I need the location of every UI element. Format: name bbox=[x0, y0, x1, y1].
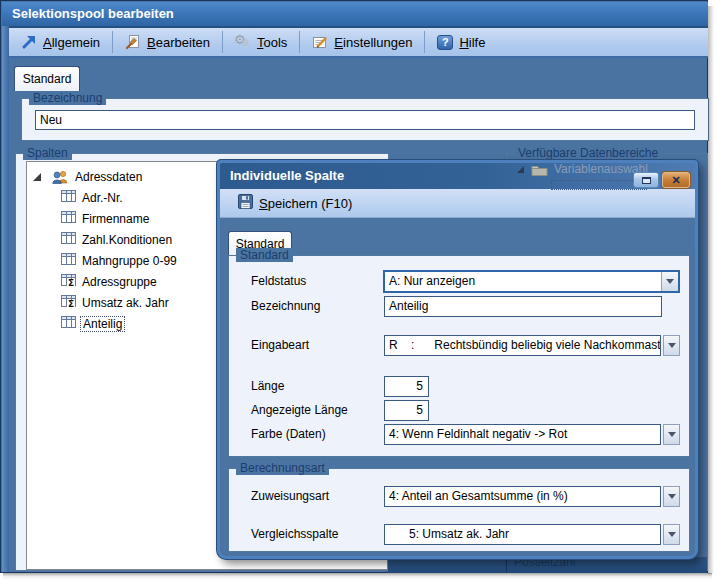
table-icon bbox=[61, 253, 76, 268]
tree-item-label: Adressdaten bbox=[75, 170, 142, 184]
settings-note-icon bbox=[312, 34, 328, 50]
chevron-down-icon[interactable] bbox=[661, 272, 678, 291]
save-button[interactable]: Speichern (F10) bbox=[232, 192, 358, 214]
toolbar-label: Hilfe bbox=[459, 35, 485, 50]
spalten-group-label: Spalten bbox=[23, 146, 72, 160]
tab-standard-main[interactable]: Standard bbox=[14, 66, 80, 91]
help-icon: ? bbox=[437, 35, 453, 50]
table-icon bbox=[61, 211, 76, 226]
datenbereiche-group-label: Verfügbare Datenbereiche bbox=[514, 146, 662, 160]
tree-item-selected[interactable]: Anteilig bbox=[61, 313, 125, 334]
feldstatus-label: Feldstatus bbox=[251, 271, 306, 292]
arrow-up-right-icon bbox=[21, 34, 37, 50]
bezeichnung-group-label: Bezeichnung bbox=[29, 91, 106, 105]
screen: Selektionspool bearbeiten Allgemein Bear… bbox=[0, 0, 717, 587]
toolbar-button-tools[interactable]: ⚙⚙ Tools bbox=[226, 30, 296, 54]
toolbar-separator bbox=[112, 31, 113, 53]
chevron-down-icon[interactable] bbox=[663, 486, 680, 507]
bezeichnung-field-label: Bezeichnung bbox=[251, 296, 320, 317]
main-window-titlebar[interactable]: Selektionspool bearbeiten bbox=[2, 2, 708, 26]
dialog-berechnung-group: Berechnungsart Zuweisungsart 4: Anteil a… bbox=[228, 468, 690, 552]
toolbar-separator bbox=[222, 31, 223, 53]
window-shadow bbox=[708, 6, 714, 574]
bezeichnung-input[interactable]: Neu bbox=[35, 110, 695, 130]
tree-item-label: Zahl.Konditionen bbox=[82, 233, 172, 247]
toolbar-button-bearbeiten[interactable]: Bearbeiten bbox=[116, 30, 219, 54]
farbe-combobox[interactable]: 4: Wenn Feldinhalt negativ -> Rot bbox=[384, 424, 680, 445]
toolbar-label: Allgemein bbox=[43, 35, 100, 50]
angezeigte-laenge-field[interactable]: 5 bbox=[384, 400, 429, 421]
folder-icon bbox=[531, 162, 548, 180]
window-left-border bbox=[2, 26, 9, 572]
people-icon bbox=[51, 170, 69, 184]
tree-item-label: Mahngruppe 0-99 bbox=[82, 254, 177, 268]
main-toolbar: Allgemein Bearbeiten ⚙⚙ Tools Einstellun… bbox=[2, 28, 708, 58]
eingabeart-combobox[interactable]: R : Rechtsbündig beliebig viele Nachkomm… bbox=[384, 335, 680, 356]
save-button-label: Speichern (F10) bbox=[259, 196, 352, 211]
bezeichnung-field[interactable]: Anteilig bbox=[384, 296, 662, 317]
tree-item-label: Adr.-Nr. bbox=[82, 191, 123, 205]
toolbar-label: Tools bbox=[257, 35, 287, 50]
individuelle-spalte-dialog: Individuelle Spalte Speichern (F10) Stan… bbox=[217, 160, 698, 559]
window-shadow bbox=[3, 573, 712, 580]
feldstatus-combobox[interactable]: A: Nur anzeigen bbox=[383, 270, 680, 293]
gears-icon: ⚙⚙ bbox=[235, 34, 251, 50]
tree-item-label: Adressgruppe bbox=[82, 275, 157, 289]
toolbar-button-allgemein[interactable]: Allgemein bbox=[12, 30, 109, 54]
toolbar-button-einstellungen[interactable]: Einstellungen bbox=[303, 30, 421, 54]
table-sum-icon: Σ bbox=[61, 274, 76, 290]
toolbar-separator bbox=[299, 31, 300, 53]
dialog-standard-group: Standard Feldstatus A: Nur anzeigen Beze… bbox=[228, 255, 690, 457]
tree-item[interactable]: Firmenname bbox=[61, 208, 149, 229]
tree-item[interactable]: Zahl.Konditionen bbox=[61, 229, 172, 250]
standard-group-label: Standard bbox=[236, 248, 293, 262]
eingabeart-label: Eingabeart bbox=[251, 335, 309, 356]
table-icon bbox=[61, 190, 76, 205]
zuweisungsart-combobox[interactable]: 4: Anteil an Gesamtsumme (in %) bbox=[384, 486, 680, 507]
svg-text:Σ: Σ bbox=[68, 299, 74, 308]
tree-item-label: Umsatz ak. Jahr bbox=[82, 296, 169, 310]
save-icon bbox=[238, 194, 253, 212]
tree-item-label: Firmenname bbox=[82, 212, 149, 226]
laenge-field[interactable]: 5 bbox=[384, 376, 429, 397]
expand-triangle-icon[interactable] bbox=[517, 166, 524, 173]
berechnungsart-group-label: Berechnungsart bbox=[236, 461, 329, 475]
expand-triangle-icon[interactable] bbox=[33, 173, 41, 181]
bezeichnung-group: Bezeichnung Neu bbox=[21, 98, 709, 141]
table-sum-icon: Σ bbox=[61, 295, 76, 311]
angezeigte-laenge-label: Angezeigte Länge bbox=[251, 400, 348, 421]
zuweisungsart-label: Zuweisungsart bbox=[251, 486, 329, 507]
vergleichsspalte-label: Vergleichsspalte bbox=[251, 524, 338, 545]
edit-document-icon bbox=[125, 34, 141, 50]
dialog-toolbar: Speichern (F10) bbox=[220, 189, 695, 218]
tree-item[interactable]: Mahngruppe 0-99 bbox=[61, 250, 177, 271]
farbe-label: Farbe (Daten) bbox=[251, 424, 326, 445]
svg-text:Σ: Σ bbox=[68, 278, 74, 287]
restore-button[interactable] bbox=[633, 172, 659, 188]
close-icon: ✕ bbox=[671, 174, 680, 187]
table-icon bbox=[61, 316, 76, 331]
main-window-title: Selektionspool bearbeiten bbox=[12, 6, 174, 21]
chevron-down-icon[interactable] bbox=[663, 424, 680, 445]
tree-item-label: Anteilig bbox=[80, 316, 125, 332]
dialog-title: Individuelle Spalte bbox=[230, 168, 344, 183]
toolbar-button-hilfe[interactable]: ? Hilfe bbox=[428, 30, 494, 54]
toolbar-label: Bearbeiten bbox=[147, 35, 210, 50]
restore-icon bbox=[642, 177, 651, 184]
chevron-down-icon[interactable] bbox=[663, 524, 680, 545]
tree-item[interactable]: Adr.-Nr. bbox=[61, 187, 123, 208]
laenge-label: Länge bbox=[251, 376, 284, 397]
chevron-down-icon[interactable] bbox=[663, 335, 680, 356]
vergleichsspalte-combobox[interactable]: 5: Umsatz ak. Jahr bbox=[384, 524, 680, 545]
tree-item[interactable]: Σ Umsatz ak. Jahr bbox=[61, 292, 169, 313]
close-button[interactable]: ✕ bbox=[662, 172, 690, 188]
tree-item[interactable]: Σ Adressgruppe bbox=[61, 271, 157, 292]
toolbar-separator bbox=[424, 31, 425, 53]
toolbar-label: Einstellungen bbox=[334, 35, 412, 50]
table-icon bbox=[61, 232, 76, 247]
